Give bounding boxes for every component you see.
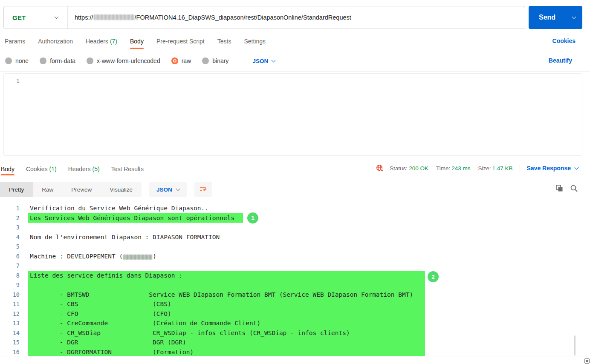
view-tab-raw[interactable]: Raw <box>33 182 62 197</box>
console-toggle-icon[interactable] <box>584 358 590 364</box>
body-mode-x-www-form-urlencoded[interactable]: x-www-form-urlencoded <box>87 57 160 64</box>
tab-label: Cookies <box>26 166 48 172</box>
line-text: Verification du Service Web Générique Di… <box>30 203 590 213</box>
cookies-link[interactable]: Cookies <box>552 37 576 44</box>
radio-label: form-data <box>50 57 75 64</box>
line-number: 5 <box>0 242 20 252</box>
body-mode-radios: noneform-datax-www-form-urlencodedrawbin… <box>5 57 275 65</box>
tab-label: Authorization <box>38 38 73 45</box>
line-number: 13 <box>0 318 20 328</box>
chevron-down-icon <box>575 165 579 169</box>
radio-icon[interactable] <box>171 57 178 64</box>
tab-settings[interactable]: Settings <box>244 38 266 45</box>
code-line: 8Liste des service definis dans Diapason… <box>0 271 590 281</box>
line-number: 14 <box>0 328 20 338</box>
body-mode-raw[interactable]: raw <box>171 57 191 64</box>
annotation-badge: 1 <box>247 212 258 224</box>
raw-type-dropdown[interactable]: JSON <box>252 58 275 64</box>
radio-icon[interactable] <box>87 57 93 64</box>
code-line: 11 - CBS (CBS) <box>0 299 590 309</box>
response-format-label: JSON <box>156 186 172 193</box>
code-line: 12 - CFO (CFO) <box>0 309 590 319</box>
body-mode-none[interactable]: none <box>5 57 29 64</box>
line-number: 6 <box>0 252 20 261</box>
wrap-lines-button[interactable] <box>194 182 212 197</box>
response-body-viewer[interactable]: 1Verification du Service Web Générique D… <box>0 203 590 356</box>
tab-pre-request-script[interactable]: Pre-request Script <box>156 38 205 45</box>
tab-params[interactable]: Params <box>5 38 25 45</box>
redacted-host <box>94 14 134 20</box>
response-tab-cookies[interactable]: Cookies(1) <box>26 166 57 172</box>
tab-body[interactable]: Body <box>130 38 144 45</box>
wrap-lines-icon <box>199 186 208 193</box>
radio-icon[interactable] <box>5 57 12 64</box>
code-line: 10 - BMTSWD Service WEB DIapason Formati… <box>0 290 590 300</box>
send-options-chevron-icon[interactable] <box>572 14 576 19</box>
line-text: - DGRFORMATION (Formation) <box>30 347 590 356</box>
radio-icon[interactable] <box>40 57 46 64</box>
response-format-dropdown[interactable]: JSON <box>149 182 187 197</box>
url-input[interactable]: https:///FORMATION4.16_DiapSWS_diapason/… <box>68 6 525 29</box>
tab-headers[interactable]: Headers(7) <box>86 38 117 45</box>
line-text: Machine : DEVELOPPEMENT () <box>30 252 590 261</box>
line-number: 10 <box>0 290 20 300</box>
copy-icon[interactable] <box>555 184 564 192</box>
body-mode-binary[interactable]: binary <box>202 57 228 64</box>
radio-icon[interactable] <box>202 57 209 64</box>
code-line: 2Les Services Web Génériques Diapason so… <box>0 213 590 223</box>
tab-tests[interactable]: Tests <box>217 38 231 45</box>
status-badge: Status:200 OK <box>390 165 428 172</box>
line-number: 12 <box>0 309 20 319</box>
response-tabs: BodyCookies(1)Headers(5)Test Results <box>1 164 144 174</box>
request-body-editor[interactable]: 1 <box>3 73 582 156</box>
send-button[interactable]: Send <box>529 6 582 29</box>
response-tab-body[interactable]: Body <box>1 166 14 172</box>
view-tab-visualize[interactable]: Visualize <box>101 182 142 197</box>
chevron-down-icon <box>272 58 276 62</box>
divider <box>0 72 590 72</box>
code-line: 4Nom de l'environement Diapason : DIAPAS… <box>0 232 590 242</box>
code-line: 16 - DGRFORMATION (Formation) <box>0 347 590 356</box>
tab-count: (7) <box>110 38 117 45</box>
divider <box>0 356 586 356</box>
response-tab-test-results[interactable]: Test Results <box>111 166 144 172</box>
line-number: 3 <box>0 223 20 232</box>
line-text: - CBS (CBS) <box>30 299 590 309</box>
tab-count: (1) <box>49 166 57 172</box>
code-line: 9 <box>0 280 590 290</box>
body-mode-form-data[interactable]: form-data <box>40 57 75 64</box>
request-tabs: ParamsAuthorizationHeaders(7)BodyPre-req… <box>5 37 266 46</box>
chevron-down-icon <box>55 14 59 19</box>
line-text: Les Services Web Génériques Diapason son… <box>30 213 590 223</box>
line-number: 9 <box>0 280 20 290</box>
editor-line-number: 1 <box>4 77 20 84</box>
editor-scrollbar-track[interactable] <box>574 74 574 155</box>
network-warning-icon[interactable] <box>376 164 384 172</box>
view-tab-preview[interactable]: Preview <box>62 182 101 197</box>
line-text: - CFO (CFO) <box>30 309 590 319</box>
tab-label: Tests <box>217 38 231 45</box>
save-response-label: Save Response <box>527 165 571 172</box>
tab-label: Headers <box>68 166 91 172</box>
tab-label: Body <box>1 166 14 172</box>
annotation-badge: 2 <box>428 271 439 282</box>
view-mode-segmented-control: PrettyRawPreviewVisualize <box>0 182 142 197</box>
view-tab-pretty[interactable]: Pretty <box>0 182 33 197</box>
raw-type-label: JSON <box>252 58 268 64</box>
line-number: 11 <box>0 299 20 309</box>
line-number: 7 <box>0 261 20 271</box>
method-dropdown[interactable]: GET <box>4 6 68 29</box>
radio-label: none <box>15 57 29 64</box>
beautify-link[interactable]: Beautify <box>549 57 572 64</box>
tab-label: Test Results <box>111 166 144 172</box>
send-label: Send <box>539 14 555 21</box>
line-number: 4 <box>0 232 20 242</box>
line-number: 15 <box>0 338 20 347</box>
search-icon[interactable] <box>570 184 578 192</box>
line-number: 2 <box>0 213 20 223</box>
tab-authorization[interactable]: Authorization <box>38 38 73 45</box>
tab-count: (5) <box>93 166 100 172</box>
response-tab-headers[interactable]: Headers(5) <box>68 166 100 172</box>
save-response-button[interactable]: Save Response <box>527 165 578 172</box>
url-suffix: /FORMATION4.16_DiapSWS_diapason/rest/Dia… <box>135 14 351 21</box>
